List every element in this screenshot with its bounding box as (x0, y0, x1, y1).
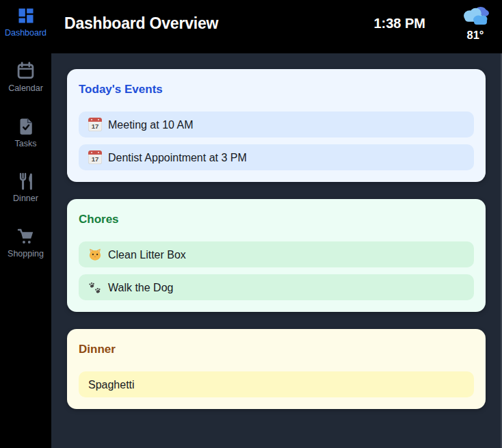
clouds-icon (460, 5, 490, 30)
sidebar-item-label: Shopping (8, 250, 44, 259)
clock: 1:38 PM (373, 16, 425, 31)
weather-widget: 81° (457, 5, 494, 42)
event-item: 17 Dentist Appointment at 3 PM (79, 144, 474, 170)
calendar-emoji: 17 (88, 118, 102, 131)
item-label: Dentist Appointment at 3 PM (108, 152, 247, 163)
sidebar-item-shopping[interactable]: Shopping (0, 226, 51, 259)
fork-knife-icon (16, 171, 36, 192)
chore-item: Walk the Dog (79, 274, 474, 300)
page-title: Dashboard Overview (64, 14, 218, 33)
calendar-emoji-day: 17 (88, 155, 102, 164)
event-item: 17 Meeting at 10 AM (79, 111, 474, 137)
main-content: Today's Events 17 Meeting at 10 AM 17 De… (51, 53, 502, 448)
card-title: Chores (79, 211, 474, 228)
item-label: Clean Litter Box (108, 249, 186, 261)
sidebar-item-dashboard[interactable]: Dashboard (0, 5, 51, 38)
sidebar-item-label: Tasks (15, 140, 37, 149)
card-todays-events: Today's Events 17 Meeting at 10 AM 17 De… (67, 69, 486, 182)
shopping-cart-icon (16, 226, 36, 247)
item-label: Walk the Dog (108, 282, 173, 293)
paw-prints-emoji (88, 280, 102, 294)
card-title: Today's Events (79, 81, 474, 98)
dinner-item: Spaghetti (79, 371, 474, 397)
temperature: 81° (467, 29, 484, 42)
app-root: Dashboard Calendar Tasks (0, 0, 502, 448)
card-dinner: Dinner Spaghetti (67, 329, 486, 409)
card-chores: Chores Clean Litter Box (67, 199, 486, 312)
sidebar-item-tasks[interactable]: Tasks (0, 116, 51, 149)
item-label: Meeting at 10 AM (108, 119, 194, 131)
sidebar-item-calendar[interactable]: Calendar (0, 61, 51, 94)
item-label: Spaghetti (88, 379, 135, 391)
chore-item: Clean Litter Box (79, 241, 474, 267)
cat-face-emoji (88, 248, 102, 261)
header-bar: Dashboard Overview 1:38 PM (51, 0, 502, 53)
sidebar-item-dinner[interactable]: Dinner (0, 171, 51, 204)
sidebar-item-label: Dinner (13, 194, 38, 204)
sidebar: Dashboard Calendar Tasks (0, 0, 51, 448)
sidebar-item-label: Calendar (8, 84, 43, 94)
sidebar-item-label: Dashboard (5, 29, 47, 38)
card-title: Dinner (79, 341, 474, 358)
calendar-icon (16, 61, 36, 81)
calendar-emoji-day: 17 (88, 122, 102, 131)
calendar-emoji: 17 (88, 150, 102, 164)
tasks-checklist-icon (16, 116, 36, 137)
dashboard-grid-icon (16, 5, 36, 26)
